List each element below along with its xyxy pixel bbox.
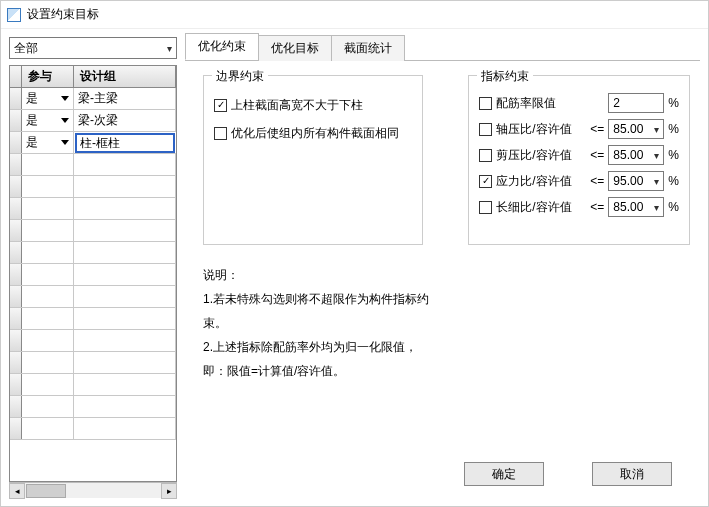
- row-handle[interactable]: [10, 286, 22, 307]
- cell-text: 柱-框柱: [80, 135, 120, 152]
- checkbox-icon[interactable]: [214, 127, 227, 140]
- row-handle[interactable]: [10, 418, 22, 439]
- row-handle[interactable]: [10, 154, 22, 175]
- boundary-legend: 边界约束: [212, 68, 268, 85]
- chevron-down-icon: [61, 118, 69, 123]
- chevron-down-icon: ▾: [167, 43, 172, 54]
- chevron-down-icon: ▾: [654, 150, 659, 161]
- tab-bar: 优化约束 优化目标 截面统计: [185, 37, 700, 61]
- row-handle[interactable]: [10, 330, 22, 351]
- op: <=: [590, 174, 604, 188]
- dialog-body: 全部 ▾ 参与 设计组 是: [1, 29, 708, 506]
- rule2-row[interactable]: 优化后使组内所有构件截面相同: [214, 122, 412, 144]
- metric-shear: 剪压比/容许值 <= 85.00 ▾ %: [479, 144, 679, 166]
- boundary-group: 边界约束 ✓ 上柱截面高宽不大于下柱 优化后使组内所有构件截面相同: [203, 75, 423, 245]
- scroll-right-button[interactable]: ▸: [161, 483, 177, 499]
- row-handle[interactable]: [10, 198, 22, 219]
- tab-section-stats[interactable]: 截面统计: [331, 35, 405, 61]
- table-row[interactable]: [10, 220, 176, 242]
- cell-participate[interactable]: 是: [22, 88, 74, 109]
- reinforcement-input[interactable]: 2: [608, 93, 664, 113]
- row-handle[interactable]: [10, 264, 22, 285]
- cell-group-editing[interactable]: 柱-框柱: [75, 133, 175, 153]
- checkbox-icon[interactable]: ✓: [214, 99, 227, 112]
- notes-block: 说明： 1.若未特殊勾选则将不超限作为构件指标约束。 2.上述指标除配筋率外均为…: [203, 263, 444, 383]
- table-row[interactable]: [10, 176, 176, 198]
- table-row[interactable]: [10, 264, 176, 286]
- table-row[interactable]: 是 梁-次梁: [10, 110, 176, 132]
- cancel-button[interactable]: 取消: [592, 462, 672, 486]
- row-handle[interactable]: [10, 308, 22, 329]
- dialog-window: 设置约束目标 全部 ▾ 参与 设计组 是: [0, 0, 709, 507]
- checkbox-icon[interactable]: [479, 149, 492, 162]
- checkbox-icon[interactable]: ✓: [479, 175, 492, 188]
- row-handle[interactable]: [10, 220, 22, 241]
- tab-optimize-constraint[interactable]: 优化约束: [185, 33, 259, 60]
- row-handle[interactable]: [10, 242, 22, 263]
- cell-text: 梁-主梁: [78, 90, 118, 107]
- note-1: 1.若未特殊勾选则将不超限作为构件指标约束。: [203, 287, 444, 335]
- op: <=: [590, 122, 604, 136]
- tab-optimize-goal[interactable]: 优化目标: [258, 35, 332, 61]
- row-handle[interactable]: [10, 352, 22, 373]
- table-row[interactable]: 是 梁-主梁: [10, 88, 176, 110]
- row-handle-header: [10, 66, 22, 87]
- scroll-track[interactable]: [25, 483, 161, 499]
- unit-percent: %: [668, 200, 679, 214]
- unit-percent: %: [668, 96, 679, 110]
- cell-text: 是: [26, 90, 38, 107]
- unit-percent: %: [668, 122, 679, 136]
- row-handle[interactable]: [10, 396, 22, 417]
- horizontal-scrollbar[interactable]: ◂ ▸: [9, 482, 177, 498]
- ok-button[interactable]: 确定: [464, 462, 544, 486]
- rule1-row[interactable]: ✓ 上柱截面高宽不大于下柱: [214, 94, 412, 116]
- chevron-down-icon: ▾: [654, 176, 659, 187]
- row-handle[interactable]: [10, 176, 22, 197]
- col-header-group[interactable]: 设计组: [74, 66, 176, 87]
- metric-label: 剪压比/容许值: [496, 147, 586, 164]
- col-header-participate[interactable]: 参与: [22, 66, 74, 87]
- titlebar: 设置约束目标: [1, 1, 708, 29]
- table-row[interactable]: [10, 242, 176, 264]
- rule2-label: 优化后使组内所有构件截面相同: [231, 125, 399, 142]
- table-row[interactable]: [10, 308, 176, 330]
- cell-text: 是: [26, 134, 38, 151]
- cell-group[interactable]: 梁-主梁: [74, 88, 176, 109]
- table-row[interactable]: [10, 286, 176, 308]
- chevron-down-icon: ▾: [654, 202, 659, 213]
- stress-dropdown[interactable]: 95.00 ▾: [608, 171, 664, 191]
- cell-group[interactable]: 梁-次梁: [74, 110, 176, 131]
- table-row[interactable]: 是 柱-框柱: [10, 132, 176, 154]
- scroll-left-button[interactable]: ◂: [9, 483, 25, 499]
- table-row[interactable]: [10, 198, 176, 220]
- scroll-thumb[interactable]: [26, 484, 66, 498]
- row-handle[interactable]: [10, 110, 22, 131]
- table-row[interactable]: [10, 330, 176, 352]
- cell-participate[interactable]: 是: [22, 110, 74, 131]
- checkbox-icon[interactable]: [479, 201, 492, 214]
- slender-dropdown[interactable]: 85.00 ▾: [608, 197, 664, 217]
- design-group-table: 参与 设计组 是 梁-主梁: [9, 65, 177, 482]
- table-row[interactable]: [10, 154, 176, 176]
- chevron-down-icon: ▾: [654, 124, 659, 135]
- notes-header: 说明：: [203, 263, 444, 287]
- left-pane: 全部 ▾ 参与 设计组 是: [9, 37, 177, 498]
- chevron-down-icon: [61, 140, 69, 145]
- chevron-down-icon: [61, 96, 69, 101]
- row-handle[interactable]: [10, 132, 22, 153]
- table-row[interactable]: [10, 396, 176, 418]
- metric-label: 配筋率限值: [496, 95, 586, 112]
- cell-participate[interactable]: 是: [22, 132, 74, 153]
- checkbox-icon[interactable]: [479, 123, 492, 136]
- row-handle[interactable]: [10, 88, 22, 109]
- unit-percent: %: [668, 148, 679, 162]
- row-handle[interactable]: [10, 374, 22, 395]
- table-row[interactable]: [10, 418, 176, 440]
- table-row[interactable]: [10, 374, 176, 396]
- shear-dropdown[interactable]: 85.00 ▾: [608, 145, 664, 165]
- axial-dropdown[interactable]: 85.00 ▾: [608, 119, 664, 139]
- table-row[interactable]: [10, 352, 176, 374]
- filter-combo[interactable]: 全部 ▾: [9, 37, 177, 59]
- metric-label: 长细比/容许值: [496, 199, 586, 216]
- checkbox-icon[interactable]: [479, 97, 492, 110]
